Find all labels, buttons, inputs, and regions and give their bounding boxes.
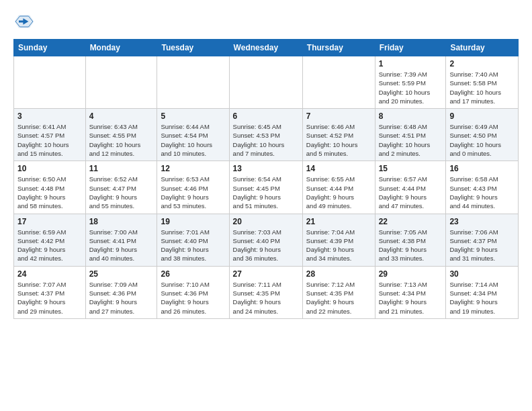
header-row: SundayMondayTuesdayWednesdayThursdayFrid…	[14, 40, 519, 56]
day-cell: 26Sunrise: 7:10 AM Sunset: 4:36 PM Dayli…	[157, 266, 229, 318]
day-info: Sunrise: 6:43 AM Sunset: 4:55 PM Dayligh…	[89, 122, 154, 158]
day-info: Sunrise: 7:03 AM Sunset: 4:40 PM Dayligh…	[233, 228, 299, 263]
day-cell: 10Sunrise: 6:50 AM Sunset: 4:48 PM Dayli…	[14, 161, 86, 214]
day-cell: 29Sunrise: 7:13 AM Sunset: 4:34 PM Dayli…	[375, 266, 446, 318]
day-number: 9	[449, 111, 515, 121]
day-info: Sunrise: 7:00 AM Sunset: 4:41 PM Dayligh…	[89, 228, 154, 263]
day-info: Sunrise: 6:55 AM Sunset: 4:44 PM Dayligh…	[306, 175, 371, 210]
day-info: Sunrise: 7:01 AM Sunset: 4:40 PM Dayligh…	[161, 228, 225, 263]
day-info: Sunrise: 6:54 AM Sunset: 4:45 PM Dayligh…	[233, 175, 299, 210]
day-cell: 15Sunrise: 6:57 AM Sunset: 4:44 PM Dayli…	[375, 161, 446, 214]
logo	[13, 11, 38, 32]
day-number: 21	[306, 217, 371, 226]
day-number: 10	[17, 164, 82, 173]
day-number: 16	[449, 164, 515, 173]
day-cell: 20Sunrise: 7:03 AM Sunset: 4:40 PM Dayli…	[229, 214, 302, 266]
day-cell: 11Sunrise: 6:52 AM Sunset: 4:47 PM Dayli…	[85, 161, 157, 214]
day-info: Sunrise: 7:09 AM Sunset: 4:36 PM Dayligh…	[89, 280, 154, 316]
day-info: Sunrise: 6:41 AM Sunset: 4:57 PM Dayligh…	[17, 122, 82, 158]
day-info: Sunrise: 6:45 AM Sunset: 4:53 PM Dayligh…	[233, 122, 299, 158]
day-info: Sunrise: 6:53 AM Sunset: 4:46 PM Dayligh…	[161, 175, 225, 210]
day-number: 29	[379, 269, 443, 279]
day-info: Sunrise: 6:46 AM Sunset: 4:52 PM Dayligh…	[306, 122, 371, 158]
week-row-2: 3Sunrise: 6:41 AM Sunset: 4:57 PM Daylig…	[14, 109, 519, 161]
day-number: 20	[233, 217, 299, 226]
day-number: 15	[379, 164, 443, 173]
header	[13, 11, 519, 32]
day-cell: 7Sunrise: 6:46 AM Sunset: 4:52 PM Daylig…	[302, 109, 375, 161]
header-cell-sunday: Sunday	[14, 40, 86, 56]
day-cell: 17Sunrise: 6:59 AM Sunset: 4:42 PM Dayli…	[14, 214, 86, 266]
day-cell: 28Sunrise: 7:12 AM Sunset: 4:35 PM Dayli…	[302, 266, 375, 318]
day-info: Sunrise: 7:05 AM Sunset: 4:38 PM Dayligh…	[379, 228, 443, 263]
day-info: Sunrise: 7:10 AM Sunset: 4:36 PM Dayligh…	[161, 280, 225, 316]
header-cell-saturday: Saturday	[446, 40, 519, 56]
day-cell: 22Sunrise: 7:05 AM Sunset: 4:38 PM Dayli…	[375, 214, 446, 266]
day-number: 3	[17, 111, 82, 121]
day-cell: 16Sunrise: 6:58 AM Sunset: 4:43 PM Dayli…	[446, 161, 519, 214]
day-number: 1	[379, 59, 443, 68]
day-cell: 13Sunrise: 6:54 AM Sunset: 4:45 PM Dayli…	[229, 161, 302, 214]
day-info: Sunrise: 6:48 AM Sunset: 4:51 PM Dayligh…	[379, 122, 443, 158]
day-info: Sunrise: 6:57 AM Sunset: 4:44 PM Dayligh…	[379, 175, 443, 210]
day-cell: 6Sunrise: 6:45 AM Sunset: 4:53 PM Daylig…	[229, 109, 302, 161]
day-cell: 27Sunrise: 7:11 AM Sunset: 4:35 PM Dayli…	[229, 266, 302, 318]
day-number: 4	[89, 111, 154, 121]
day-number: 23	[449, 217, 515, 226]
day-cell	[229, 56, 302, 109]
day-cell: 21Sunrise: 7:04 AM Sunset: 4:39 PM Dayli…	[302, 214, 375, 266]
day-cell: 19Sunrise: 7:01 AM Sunset: 4:40 PM Dayli…	[157, 214, 229, 266]
day-cell	[302, 56, 375, 109]
day-cell: 9Sunrise: 6:49 AM Sunset: 4:50 PM Daylig…	[446, 109, 519, 161]
day-cell: 3Sunrise: 6:41 AM Sunset: 4:57 PM Daylig…	[14, 109, 86, 161]
day-number: 18	[89, 217, 154, 226]
day-number: 6	[233, 111, 299, 121]
day-info: Sunrise: 7:39 AM Sunset: 5:59 PM Dayligh…	[379, 70, 443, 105]
calendar-body: 1Sunrise: 7:39 AM Sunset: 5:59 PM Daylig…	[14, 56, 519, 319]
day-number: 27	[233, 269, 299, 279]
day-cell: 30Sunrise: 7:14 AM Sunset: 4:34 PM Dayli…	[446, 266, 519, 318]
day-number: 17	[17, 217, 82, 226]
day-cell: 25Sunrise: 7:09 AM Sunset: 4:36 PM Dayli…	[85, 266, 157, 318]
day-cell: 4Sunrise: 6:43 AM Sunset: 4:55 PM Daylig…	[85, 109, 157, 161]
header-cell-tuesday: Tuesday	[157, 40, 229, 56]
day-info: Sunrise: 6:44 AM Sunset: 4:54 PM Dayligh…	[161, 122, 225, 158]
day-info: Sunrise: 7:40 AM Sunset: 5:58 PM Dayligh…	[449, 70, 515, 105]
day-cell: 5Sunrise: 6:44 AM Sunset: 4:54 PM Daylig…	[157, 109, 229, 161]
day-number: 8	[379, 111, 443, 121]
day-number: 11	[89, 164, 154, 173]
day-cell: 1Sunrise: 7:39 AM Sunset: 5:59 PM Daylig…	[375, 56, 446, 109]
day-number: 13	[233, 164, 299, 173]
day-cell: 8Sunrise: 6:48 AM Sunset: 4:51 PM Daylig…	[375, 109, 446, 161]
day-cell: 24Sunrise: 7:07 AM Sunset: 4:37 PM Dayli…	[14, 266, 86, 318]
day-info: Sunrise: 7:14 AM Sunset: 4:34 PM Dayligh…	[449, 280, 515, 316]
week-row-5: 24Sunrise: 7:07 AM Sunset: 4:37 PM Dayli…	[14, 266, 519, 318]
day-number: 19	[161, 217, 225, 226]
day-number: 14	[306, 164, 371, 173]
day-cell: 18Sunrise: 7:00 AM Sunset: 4:41 PM Dayli…	[85, 214, 157, 266]
day-number: 25	[89, 269, 154, 279]
day-number: 28	[306, 269, 371, 279]
header-cell-monday: Monday	[85, 40, 157, 56]
day-number: 26	[161, 269, 225, 279]
week-row-4: 17Sunrise: 6:59 AM Sunset: 4:42 PM Dayli…	[14, 214, 519, 266]
day-cell	[14, 56, 86, 109]
calendar: SundayMondayTuesdayWednesdayThursdayFrid…	[13, 39, 519, 319]
day-info: Sunrise: 7:11 AM Sunset: 4:35 PM Dayligh…	[233, 280, 299, 316]
day-info: Sunrise: 7:13 AM Sunset: 4:34 PM Dayligh…	[379, 280, 443, 316]
day-cell: 14Sunrise: 6:55 AM Sunset: 4:44 PM Dayli…	[302, 161, 375, 214]
day-info: Sunrise: 7:04 AM Sunset: 4:39 PM Dayligh…	[306, 228, 371, 263]
day-number: 7	[306, 111, 371, 121]
day-number: 30	[449, 269, 515, 279]
page: SundayMondayTuesdayWednesdayThursdayFrid…	[0, 0, 532, 330]
day-number: 5	[161, 111, 225, 121]
day-cell: 2Sunrise: 7:40 AM Sunset: 5:58 PM Daylig…	[446, 56, 519, 109]
calendar-header: SundayMondayTuesdayWednesdayThursdayFrid…	[14, 40, 519, 56]
day-info: Sunrise: 6:49 AM Sunset: 4:50 PM Dayligh…	[449, 122, 515, 158]
logo-icon	[13, 11, 35, 32]
day-info: Sunrise: 7:07 AM Sunset: 4:37 PM Dayligh…	[17, 280, 82, 316]
day-info: Sunrise: 6:52 AM Sunset: 4:47 PM Dayligh…	[89, 175, 154, 210]
day-info: Sunrise: 7:06 AM Sunset: 4:37 PM Dayligh…	[449, 228, 515, 263]
day-number: 24	[17, 269, 82, 279]
header-cell-thursday: Thursday	[302, 40, 375, 56]
